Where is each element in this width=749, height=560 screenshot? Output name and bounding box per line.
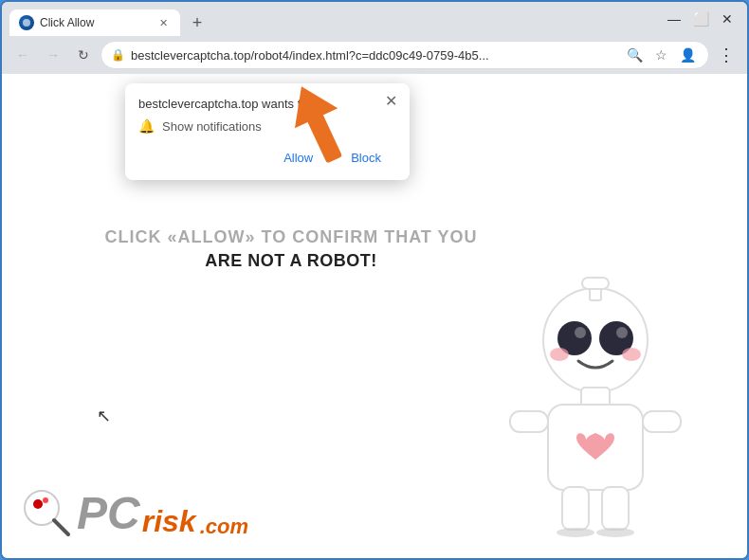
title-bar: Click Allow ✕ + — ⬜ ✕ xyxy=(2,2,747,36)
back-button[interactable]: ← xyxy=(9,42,36,68)
mouse-cursor: ↖ xyxy=(97,406,111,426)
address-bar-input[interactable]: 🔒 bestclevercaptcha.top/robot4/index.htm… xyxy=(100,41,709,69)
popup-close-button[interactable]: ✕ xyxy=(381,91,400,110)
robot-illustration xyxy=(501,274,690,539)
address-bar: ← → ↻ 🔒 bestclevercaptcha.top/robot4/ind… xyxy=(2,36,747,74)
svg-rect-15 xyxy=(643,411,681,432)
robot-svg xyxy=(501,274,690,539)
bell-icon: 🔔 xyxy=(138,118,155,134)
new-tab-button[interactable]: + xyxy=(184,9,210,36)
tab-close-button[interactable]: ✕ xyxy=(155,15,171,30)
tab-title: Click Allow xyxy=(40,16,150,29)
arrow-svg xyxy=(277,78,362,172)
svg-point-22 xyxy=(43,497,48,503)
profile-icon[interactable]: 👤 xyxy=(676,44,699,66)
lock-icon: 🔒 xyxy=(111,48,125,62)
dotcom-logo-text: .com xyxy=(200,515,248,539)
page-main-text: CLICK «ALLOW» TO CONFIRM THAT YOU ARE NO… xyxy=(78,226,504,273)
pcrisk-icon xyxy=(21,487,73,539)
svg-rect-5 xyxy=(582,278,609,289)
browser-tab[interactable]: Click Allow ✕ xyxy=(9,9,180,36)
svg-point-11 xyxy=(622,348,641,361)
svg-point-21 xyxy=(33,499,43,509)
address-bar-icons: 🔍 ☆ 👤 xyxy=(623,44,699,66)
search-icon[interactable]: 🔍 xyxy=(623,44,646,66)
svg-line-23 xyxy=(54,520,68,534)
captcha-text-colored: CLICK «ALLOW» TO CONFIRM THAT YOU xyxy=(105,227,478,246)
risk-logo-text: risk xyxy=(142,504,196,539)
tab-favicon-icon xyxy=(19,15,34,30)
refresh-button[interactable]: ↻ xyxy=(70,42,97,68)
page-content: ✕ bestclevercaptcha.top wants to 🔔 Show … xyxy=(2,74,747,558)
forward-button[interactable]: → xyxy=(40,42,66,68)
svg-rect-1 xyxy=(307,114,342,164)
svg-point-9 xyxy=(616,327,628,338)
svg-point-19 xyxy=(596,528,634,537)
svg-rect-14 xyxy=(510,411,548,432)
url-text: bestclevercaptcha.top/robot4/index.html?… xyxy=(131,48,617,63)
svg-point-8 xyxy=(575,327,586,338)
maximize-button[interactable]: ⬜ xyxy=(688,7,713,31)
svg-rect-16 xyxy=(562,487,589,530)
window-controls: — ⬜ ✕ xyxy=(662,7,740,31)
svg-point-18 xyxy=(557,528,594,537)
orange-arrow xyxy=(277,78,362,176)
minimize-button[interactable]: — xyxy=(662,7,686,31)
svg-rect-17 xyxy=(602,487,629,530)
browser-window: Click Allow ✕ + — ⬜ ✕ ← → ↻ 🔒 bestclever… xyxy=(0,0,749,560)
svg-point-10 xyxy=(550,348,569,361)
svg-marker-2 xyxy=(280,78,338,128)
bookmark-icon[interactable]: ☆ xyxy=(649,44,672,66)
pc-logo-text: PC xyxy=(77,491,140,536)
tab-area: Click Allow ✕ + xyxy=(9,2,654,36)
close-button[interactable]: ✕ xyxy=(715,7,740,31)
browser-menu-button[interactable]: ⋮ xyxy=(713,42,740,68)
pcrisk-logo: PC risk .com xyxy=(21,487,248,539)
captcha-text-bold: ARE NOT A ROBOT! xyxy=(205,251,377,270)
show-notifications-label: Show notifications xyxy=(162,119,262,134)
notification-popup: ✕ bestclevercaptcha.top wants to 🔔 Show … xyxy=(125,83,410,180)
